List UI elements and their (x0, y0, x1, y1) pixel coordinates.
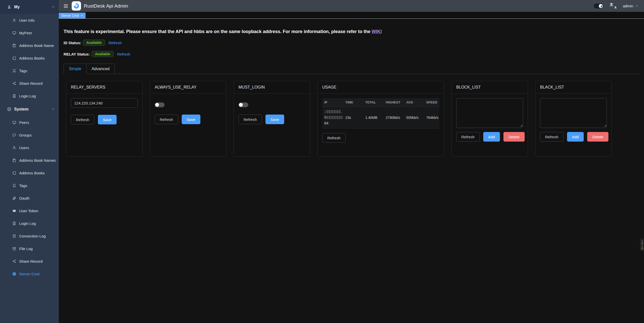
block-list-textarea[interactable] (456, 98, 523, 128)
block-list-add-button[interactable]: Add (483, 132, 500, 142)
book-icon (12, 158, 16, 163)
usage-ip-cell: ::. 5 64: (322, 107, 343, 128)
sidebar-item-file-log[interactable]: File Log (0, 242, 59, 255)
chevron-up-icon (51, 5, 55, 9)
id-status-refresh-link[interactable]: Refresh (109, 41, 122, 45)
sidebar-item-users[interactable]: Users (0, 141, 59, 154)
edge-extension-widget[interactable] (640, 239, 644, 251)
notebook-icon (12, 171, 16, 175)
card-must-login: MUST_LOGIN Refresh Save (234, 81, 310, 157)
tab-simple[interactable]: Simple (64, 64, 87, 74)
usage-refresh-button[interactable]: Refresh (322, 133, 346, 143)
sidebar-item-peers[interactable]: Peers (0, 116, 59, 129)
dark-mode-toggle[interactable] (594, 4, 603, 9)
always-use-relay-refresh-button[interactable]: Refresh (155, 115, 178, 124)
always-use-relay-toggle[interactable] (155, 102, 165, 107)
user-dropdown[interactable]: admin (623, 4, 638, 8)
sidebar-nav: My User Info MyPeer Address Book Name Ad… (0, 0, 59, 280)
document-icon (12, 234, 16, 238)
relay-status-row: RELAY Status: Available Refresh (64, 51, 640, 57)
usage-col-time: TIME (343, 98, 363, 107)
card-relay-servers: RELAY_SERVERS Refresh Save (66, 81, 143, 157)
usage-title: USAGE (318, 81, 444, 94)
usage-col-ip: IP (322, 98, 343, 107)
sidebar-item-login-log[interactable]: Login Log (0, 217, 59, 230)
relay-status-badge: Available (92, 51, 114, 57)
sidebar-item-address-books[interactable]: Address Books (0, 167, 59, 179)
sidebar-section-my[interactable]: My (0, 0, 59, 14)
sidebar-item-address-book-name[interactable]: Address Book Name (0, 39, 59, 52)
book-icon (12, 43, 16, 48)
gear-filled-icon (12, 272, 16, 276)
relay-servers-refresh-button[interactable]: Refresh (71, 115, 94, 124)
sidebar-item-address-book-names[interactable]: Address Book Names (0, 154, 59, 167)
must-login-save-button[interactable]: Save (265, 115, 284, 124)
sidebar-item-share-record[interactable]: Share Record (0, 77, 59, 90)
edge-widget-bar (641, 248, 643, 249)
usage-time-cell: 23s (343, 107, 363, 128)
page-tab-label: Server Cmd (61, 14, 79, 17)
edge-widget-bar (641, 243, 643, 244)
usage-table: IP TIME TOTAL HIGHEST AVG SPEED ::. (322, 98, 439, 128)
block-list-delete-button[interactable]: Delete (503, 132, 524, 142)
relay-status-refresh-link[interactable]: Refresh (117, 52, 130, 56)
black-list-title: BLACK_LIST (535, 81, 611, 94)
bookmark-icon (12, 69, 16, 73)
page-tabbar: Server Cmd × (59, 12, 644, 19)
archive-icon (12, 247, 16, 251)
sidebar-item-server-cmd[interactable]: Server Cmd (0, 267, 59, 280)
block-list-refresh-button[interactable]: Refresh (456, 132, 480, 142)
always-use-relay-save-button[interactable]: Save (182, 115, 200, 124)
topbar: RustDesk Api Admin 文 A admin (59, 0, 644, 12)
sidebar-item-user-info[interactable]: User Info (0, 14, 59, 26)
relay-servers-save-button[interactable]: Save (98, 115, 117, 124)
id-status-row: ID Status: Available Refresh (64, 40, 640, 46)
wiki-link[interactable]: WIKI (372, 29, 382, 34)
sidebar-item-share-record[interactable]: Share Record (0, 255, 59, 267)
monitor-icon (12, 31, 16, 35)
black-list-textarea[interactable] (540, 98, 607, 128)
sidebar-item-tags[interactable]: Tags (0, 64, 59, 77)
sidebar-item-oauth[interactable]: Oauth (0, 192, 59, 204)
card-block-list: BLOCK_LIST Refresh Add Delete (451, 81, 528, 157)
relay-servers-title: RELAY_SERVERS (66, 81, 142, 94)
must-login-title: MUST_LOGIN (234, 81, 310, 94)
always-use-relay-title: ALWAYS_USE_RELAY (150, 81, 226, 94)
clipboard-icon (12, 221, 16, 226)
usage-total-cell: 1.40MB (363, 107, 384, 128)
sidebar-item-connection-log[interactable]: Connection Log (0, 230, 59, 242)
sidebar-section-system[interactable]: System (0, 102, 59, 116)
user-icon (12, 146, 16, 150)
black-list-refresh-button[interactable]: Refresh (540, 132, 564, 142)
gear-icon (7, 107, 11, 111)
tab-close-icon[interactable]: × (81, 14, 83, 17)
user-filled-icon (7, 5, 11, 9)
sidebar: My User Info MyPeer Address Book Name Ad… (0, 0, 59, 323)
cards-row: RELAY_SERVERS Refresh Save ALWAYS_USE_RE… (66, 81, 640, 157)
tab-advanced[interactable]: Advanced (87, 64, 115, 74)
moon-icon (599, 4, 603, 8)
usage-speed-cell: 764kb/s (424, 107, 439, 128)
edge-widget-bar (641, 244, 643, 245)
language-translate-icon[interactable]: 文 A (610, 3, 616, 9)
edge-widget-bar (641, 245, 643, 246)
sidebar-item-groups[interactable]: Groups (0, 129, 59, 141)
paperclip-icon (12, 196, 16, 200)
sidebar-item-mypeer[interactable]: MyPeer (0, 26, 59, 39)
must-login-refresh-button[interactable]: Refresh (238, 115, 262, 124)
sidebar-item-tags[interactable]: Tags (0, 179, 59, 192)
page-tab-server-cmd[interactable]: Server Cmd × (59, 13, 86, 18)
must-login-toggle[interactable] (238, 102, 248, 107)
sidebar-item-login-log[interactable]: Login Log (0, 90, 59, 102)
sidebar-item-user-token[interactable]: User Token (0, 204, 59, 217)
share-icon (12, 259, 16, 263)
redacted-ip-segment (327, 110, 341, 113)
block-list-title: BLOCK_LIST (452, 81, 528, 94)
card-black-list: BLACK_LIST Refresh Add Delete (535, 81, 612, 157)
black-list-add-button[interactable]: Add (567, 132, 584, 142)
black-list-delete-button[interactable]: Delete (587, 132, 608, 142)
sidebar-collapse-icon[interactable] (63, 4, 68, 9)
sidebar-item-address-books[interactable]: Address Books (0, 52, 59, 64)
relay-servers-input[interactable] (71, 98, 138, 108)
card-usage: USAGE IP TIME TOTAL HIGHEST AVG (317, 81, 444, 157)
